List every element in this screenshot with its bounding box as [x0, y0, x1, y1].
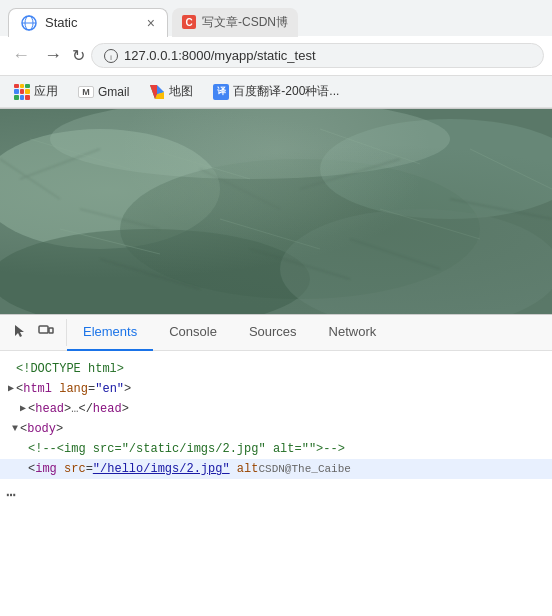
code-line-1: <!DOCTYPE html> — [0, 359, 552, 379]
svg-line-26 — [150, 149, 250, 179]
svg-point-12 — [320, 119, 552, 219]
svg-rect-33 — [49, 328, 53, 333]
svg-point-10 — [0, 129, 220, 249]
svg-point-15 — [280, 209, 552, 314]
device-toggle-icon[interactable] — [34, 319, 58, 346]
lock-icon: i — [104, 49, 118, 63]
svg-line-21 — [350, 239, 440, 269]
svg-point-14 — [0, 229, 310, 314]
nature-texture-svg — [0, 109, 552, 314]
svg-rect-32 — [39, 326, 48, 333]
svg-line-31 — [380, 209, 480, 239]
svg-rect-9 — [0, 109, 552, 314]
back-button[interactable]: ← — [8, 43, 34, 68]
tab-bar: Static × C 写文章-CSDN博 — [0, 0, 552, 36]
webpage-content — [0, 109, 552, 314]
svg-line-23 — [100, 259, 200, 289]
svg-line-16 — [0, 159, 60, 199]
tab-elements[interactable]: Elements — [67, 315, 153, 351]
svg-line-17 — [20, 149, 100, 179]
svg-text:i: i — [110, 53, 112, 60]
bookmarks-bar: 应用 M Gmail 地图 译 百 — [0, 76, 552, 108]
refresh-button[interactable]: ↻ — [72, 46, 85, 65]
gmail-icon: M — [78, 86, 94, 98]
bookmark-maps-label: 地图 — [169, 83, 193, 100]
svg-line-19 — [200, 169, 280, 209]
code-line-6[interactable]: <img src= "/hello/imgs/2.jpg" alt CSDN@T… — [0, 459, 552, 479]
img-src-link[interactable]: "/hello/imgs/2.jpg" — [93, 460, 230, 478]
code-line-2: ▶ <html lang="en" > — [0, 379, 552, 399]
tab-title: Static — [45, 15, 135, 30]
svg-line-18 — [80, 209, 160, 229]
expand-arrow-2[interactable]: ▶ — [8, 380, 16, 398]
url-text: 127.0.0.1:8000/myapp/static_test — [124, 48, 316, 63]
bookmark-maps[interactable]: 地图 — [143, 81, 199, 102]
bookmark-translate-label: 百度翻译-200种语... — [233, 83, 339, 100]
svg-point-11 — [120, 159, 480, 299]
devtools-toolbar: Elements Console Sources Network — [0, 315, 552, 351]
svg-line-27 — [320, 129, 420, 164]
code-line-3: ▶ <head> … </head> — [0, 399, 552, 419]
inspector-icon[interactable] — [8, 319, 32, 346]
svg-line-28 — [470, 149, 552, 189]
svg-point-13 — [50, 109, 450, 179]
url-bar[interactable]: i 127.0.0.1:8000/myapp/static_test — [91, 43, 544, 68]
apps-grid-icon — [14, 84, 30, 100]
expand-arrow-4[interactable]: ▼ — [12, 420, 18, 438]
bookmark-translate[interactable]: 译 百度翻译-200种语... — [207, 81, 345, 102]
address-bar: ← → ↻ i 127.0.0.1:8000/myapp/static_test — [0, 36, 552, 76]
scroll-indicator: ⋯ — [0, 481, 552, 509]
nature-image — [0, 109, 552, 314]
svg-line-20 — [300, 159, 400, 189]
devtools-code-view: <!DOCTYPE html> ▶ <html lang="en" > ▶ <h… — [0, 351, 552, 554]
bookmark-gmail[interactable]: M Gmail — [72, 83, 135, 101]
svg-line-24 — [250, 249, 350, 279]
ellipsis-icon: ⋯ — [6, 485, 16, 505]
code-line-4: ▼ <body> — [0, 419, 552, 439]
other-tab-title: 写文章-CSDN博 — [202, 14, 288, 31]
svg-line-29 — [60, 229, 160, 254]
svg-line-30 — [220, 219, 320, 249]
svg-line-25 — [30, 139, 130, 169]
svg-line-22 — [450, 199, 552, 219]
csdn-favicon: C — [182, 15, 196, 29]
watermark: CSDN@The_Caibe — [258, 460, 350, 478]
devtools-icon-group — [0, 319, 67, 346]
tab-sources[interactable]: Sources — [233, 315, 313, 351]
tab-console[interactable]: Console — [153, 315, 233, 351]
browser-chrome: Static × C 写文章-CSDN博 ← → ↻ i 127.0.0.1:8… — [0, 0, 552, 109]
devtools-tabs: Elements Console Sources Network — [67, 315, 552, 351]
bookmark-apps-label: 应用 — [34, 83, 58, 100]
bookmark-apps[interactable]: 应用 — [8, 81, 64, 102]
translate-icon: 译 — [213, 84, 229, 100]
maps-icon — [149, 84, 165, 100]
tab-close-button[interactable]: × — [147, 15, 155, 31]
expand-arrow-3[interactable]: ▶ — [20, 400, 26, 418]
bookmark-gmail-label: Gmail — [98, 85, 129, 99]
active-tab[interactable]: Static × — [8, 8, 168, 37]
tab-favicon-globe — [21, 15, 37, 31]
other-tab[interactable]: C 写文章-CSDN博 — [172, 8, 298, 37]
tab-network[interactable]: Network — [313, 315, 393, 351]
forward-button[interactable]: → — [40, 43, 66, 68]
devtools-panel: Elements Console Sources Network <!DOCTY… — [0, 314, 552, 554]
code-line-5: <!--<img src="/static/imgs/2.jpg" alt=""… — [0, 439, 552, 459]
